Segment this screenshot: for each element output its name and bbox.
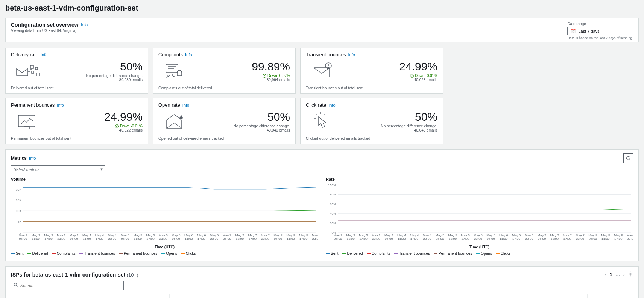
card-change: No percentage difference change. (381, 124, 437, 128)
metrics-title: Metrics (11, 156, 27, 161)
card-info-link[interactable]: Info (328, 103, 335, 107)
isp-search-input[interactable] (20, 283, 121, 288)
open-icon (158, 110, 192, 133)
isp-table: ISPSend volumeDeliveredTransient bounces… (11, 294, 633, 298)
card-count: 40,022 emails (104, 128, 143, 132)
svg-text:23:00: 23:00 (159, 237, 167, 241)
svg-text:11:00: 11:00 (398, 237, 406, 241)
metric-card-open: Open rate Info 50% No percentage differe… (153, 98, 296, 144)
svg-text:17:00: 17:00 (44, 237, 53, 241)
card-change: ✓Down -0.01% (104, 124, 143, 128)
check-icon: ✓ (263, 74, 266, 78)
card-footer: Delivered out of total sent (11, 86, 143, 90)
isp-search[interactable] (11, 281, 124, 290)
pager-next[interactable]: › (623, 272, 625, 277)
svg-text:40%: 40% (330, 212, 337, 215)
legend-item[interactable]: Sent (326, 251, 339, 256)
card-info-link[interactable]: Info (41, 53, 47, 57)
card-info-link[interactable]: Info (348, 53, 355, 57)
card-change: ✓Down -0.01% (399, 74, 437, 78)
legend-item[interactable]: Opens (476, 251, 492, 256)
svg-text:23:00: 23:00 (474, 237, 482, 241)
table-header[interactable]: Send volume (87, 294, 169, 298)
date-range-note: Data is based on the last 7 days of send… (567, 36, 633, 40)
legend-item[interactable]: Opens (161, 251, 177, 256)
legend-item[interactable]: Complaints (52, 251, 76, 256)
legend-item[interactable]: Transient bounces (394, 251, 430, 256)
card-value: 50% (86, 60, 143, 73)
transient-icon (306, 60, 340, 82)
click-icon (306, 110, 340, 133)
metrics-select[interactable]: Select metrics ▾ (11, 165, 105, 173)
rate-xlabel: Time (UTC) (326, 245, 633, 249)
svg-text:05:00: 05:00 (121, 237, 129, 241)
svg-rect-0 (17, 68, 28, 76)
card-count: 39,994 emails (252, 78, 290, 82)
svg-text:05:00: 05:00 (223, 237, 231, 241)
legend-item[interactable]: Delivered (342, 251, 363, 256)
svg-text:17:00: 17:00 (96, 237, 104, 241)
svg-text:05:00: 05:00 (487, 237, 495, 241)
svg-rect-1 (30, 65, 33, 68)
svg-text:11:00: 11:00 (236, 237, 244, 241)
legend-item[interactable]: Permanent bounces (119, 251, 158, 256)
card-footer: Transient bounces out of total sent (306, 86, 437, 90)
date-range-select[interactable]: 📅 Last 7 days (567, 27, 633, 35)
svg-text:100%: 100% (328, 183, 337, 187)
svg-text:23:00: 23:00 (57, 237, 65, 241)
svg-text:17:00: 17:00 (146, 237, 155, 241)
svg-rect-2 (35, 67, 38, 70)
overview-info-link[interactable]: Info (81, 23, 88, 27)
svg-text:11:00: 11:00 (346, 237, 355, 241)
svg-point-134 (630, 273, 631, 275)
table-header[interactable]: ISP (11, 294, 87, 298)
legend-item[interactable]: Clicks (496, 251, 511, 256)
pager-prev[interactable]: ‹ (605, 272, 606, 277)
card-info-link[interactable]: Info (185, 53, 192, 57)
table-header[interactable]: Delivered (169, 294, 233, 298)
card-count: 40,025 emails (399, 78, 437, 82)
legend-item[interactable]: Clicks (181, 251, 196, 256)
metrics-info-link[interactable]: Info (29, 156, 36, 160)
card-info-link[interactable]: Info (57, 103, 64, 107)
card-value: 24.99% (104, 110, 143, 123)
legend-item[interactable]: Transient bounces (79, 251, 115, 256)
refresh-button[interactable] (623, 153, 633, 163)
volume-chart-title: Volume (11, 177, 318, 182)
rate-chart-title: Rate (326, 177, 633, 182)
pager-page-1[interactable]: 1 (609, 272, 612, 277)
card-title: Open rate (158, 102, 180, 108)
card-value: 24.99% (399, 60, 437, 73)
pager-settings[interactable] (628, 271, 633, 278)
table-header[interactable]: Transient bounces (233, 294, 345, 298)
svg-text:05:00: 05:00 (70, 237, 78, 241)
search-icon (14, 283, 18, 288)
svg-text:11:00: 11:00 (32, 237, 40, 241)
table-header[interactable]: Complaints (465, 294, 539, 298)
isp-title: ISPs for beta-us-east-1-vdm-configuratio… (11, 272, 125, 278)
svg-text:11:00: 11:00 (551, 237, 559, 241)
svg-text:23:00: 23:00 (210, 237, 219, 241)
svg-text:17:00: 17:00 (461, 237, 469, 241)
metric-card-delivery: Delivery rate Info 50% No percentage dif… (5, 48, 148, 94)
svg-text:05:00: 05:00 (436, 237, 444, 241)
card-info-link[interactable]: Info (182, 103, 189, 107)
card-footer: Permanent bounces out of total sent (11, 136, 143, 141)
svg-text:23:00: 23:00 (372, 237, 380, 241)
card-footer: Opened out of delivered emails tracked (158, 136, 290, 141)
card-value: 50% (234, 110, 290, 123)
table-header[interactable]: Clicks (587, 294, 633, 298)
permanent-icon (11, 110, 45, 133)
legend-item[interactable]: Sent (11, 251, 24, 256)
table-header[interactable]: Permanent bounces (345, 294, 465, 298)
rate-chart: 0%20%40%60%80%100%May 305:00May 311:00Ma… (326, 183, 633, 243)
legend-item[interactable]: Delivered (27, 251, 48, 256)
table-header[interactable]: Opens (539, 294, 588, 298)
svg-point-135 (14, 283, 17, 286)
svg-text:05:00: 05:00 (334, 237, 342, 241)
svg-text:17:00: 17:00 (248, 237, 257, 241)
svg-text:60%: 60% (330, 202, 337, 206)
legend-item[interactable]: Permanent bounces (434, 251, 472, 256)
legend-item[interactable]: Complaints (367, 251, 390, 256)
date-range-label: Date range (567, 22, 633, 26)
